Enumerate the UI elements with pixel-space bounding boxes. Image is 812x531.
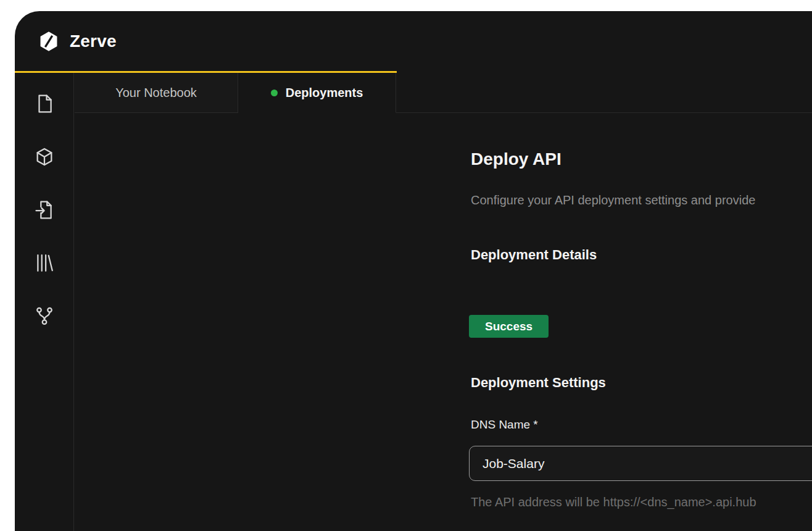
sidebar-item-git[interactable] [32, 305, 57, 327]
cube-icon [34, 146, 55, 167]
library-icon [34, 253, 55, 274]
tab-your-notebook-label: Your Notebook [115, 86, 197, 100]
sidebar-item-export[interactable] [32, 199, 57, 221]
deployment-details-heading: Deployment Details [471, 247, 597, 263]
tab-deployments-label: Deployments [286, 86, 363, 100]
dns-helper-text: The API address will be https://<dns_nam… [471, 495, 756, 509]
status-badge: Success [469, 315, 549, 338]
deployment-settings-heading: Deployment Settings [471, 375, 606, 391]
active-tab-dot-icon [271, 90, 278, 96]
app-header: Zerve [15, 11, 812, 71]
deploy-api-title: Deploy API [471, 149, 561, 169]
brand-name: Zerve [70, 31, 117, 51]
tab-bar: Your Notebook Deployments [75, 73, 812, 113]
tab-your-notebook[interactable]: Your Notebook [75, 73, 238, 113]
sidebar-item-blocks[interactable] [32, 146, 57, 168]
tab-bar-empty-area [396, 73, 812, 113]
deploy-api-description: Configure your API deployment settings a… [471, 193, 755, 207]
tab-deployments[interactable]: Deployments [238, 73, 396, 113]
file-icon [34, 93, 55, 114]
dns-name-label: DNS Name * [471, 418, 538, 432]
zerve-logo-icon[interactable] [37, 30, 60, 53]
git-branch-icon [34, 306, 55, 327]
dns-name-input[interactable] [469, 446, 812, 481]
app-window: Zerve [15, 11, 812, 531]
sidebar [15, 73, 74, 531]
sidebar-item-files[interactable] [32, 93, 57, 115]
sidebar-item-library[interactable] [32, 252, 57, 274]
file-import-icon [34, 199, 55, 220]
